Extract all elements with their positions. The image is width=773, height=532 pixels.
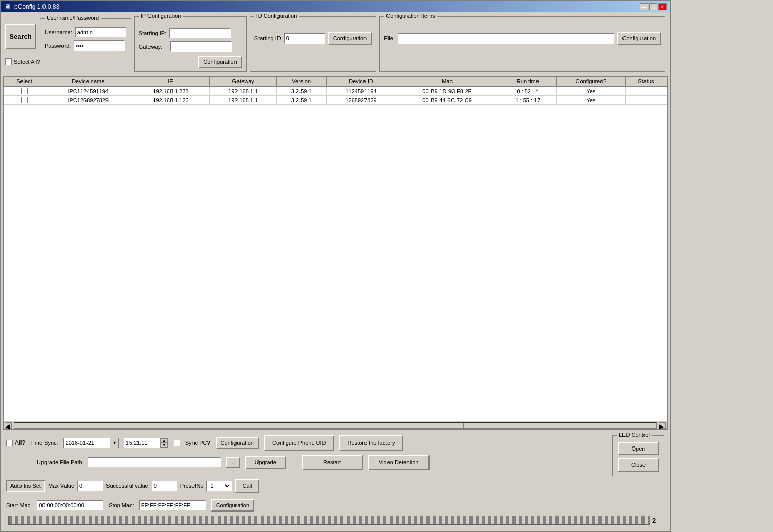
config-file-input[interactable]: [398, 33, 614, 44]
gateway-label: Gateway:: [139, 44, 162, 50]
sync-pc-checkbox[interactable]: [174, 440, 180, 446]
configure-phone-btn[interactable]: Configure Phone UID: [264, 435, 334, 451]
username-label: Username:: [45, 29, 72, 35]
col-configured: Configured?: [557, 77, 626, 87]
time-down-btn[interactable]: ▼: [161, 443, 168, 448]
iris-section: Auto Iris Set Max Value Successful value…: [6, 479, 664, 493]
select-all-checkbox[interactable]: [5, 58, 12, 65]
cell-device-id: 1268927829: [326, 96, 396, 105]
col-select: Select: [4, 77, 45, 87]
id-config-button[interactable]: Configuration: [328, 32, 372, 45]
col-device-id: Device ID: [326, 77, 396, 87]
cell-gateway: 192.168.1.1: [210, 96, 276, 105]
cell-version: 3.2.59.1: [276, 96, 326, 105]
max-value-label: Max Value: [48, 483, 74, 489]
cell-device-name: IPC1268927829: [45, 96, 132, 105]
time-input-wrapper: ▲ ▼: [124, 438, 168, 448]
scroll-thumb[interactable]: [207, 423, 464, 428]
cell-configured: Yes: [557, 87, 626, 96]
file-label: File:: [384, 35, 395, 41]
starting-ip-label: Starting IP:: [139, 30, 166, 36]
upgrade-file-input[interactable]: [88, 457, 221, 467]
col-status: Status: [625, 77, 667, 87]
sync-pc-label: Sync PC?: [185, 440, 210, 446]
table-row[interactable]: IPC1124591194 192.168.1.233 192.168.1.1 …: [4, 87, 667, 96]
cell-device-name: IPC1124591194: [45, 87, 132, 96]
scroll-track[interactable]: [14, 422, 657, 429]
gateway-input[interactable]: [170, 41, 232, 52]
max-value-input[interactable]: [77, 481, 103, 491]
preset-no-select[interactable]: 1 2 3: [206, 481, 232, 491]
restore-factory-btn[interactable]: Restore the factory: [339, 435, 403, 451]
search-button[interactable]: Search: [5, 24, 36, 49]
all-checkbox[interactable]: [6, 440, 13, 446]
start-mac-input[interactable]: [37, 500, 103, 510]
cell-mac: 00-B9-44-6C-72-C9: [396, 96, 499, 105]
starting-ip-input[interactable]: [169, 28, 231, 38]
device-table: Select Device name IP Gateway Version De…: [4, 76, 667, 105]
date-input[interactable]: [63, 438, 110, 448]
minimize-button[interactable]: —: [640, 3, 648, 10]
title-bar: 🖥 pConfig 1.0.0.83 — □ ✕: [1, 1, 670, 12]
progress-bar: [8, 516, 650, 525]
cell-runtime: 1 : 55 : 17: [499, 96, 557, 105]
cell-configured: Yes: [557, 96, 626, 105]
time-sync-config-btn[interactable]: Configuration: [216, 437, 259, 449]
close-button[interactable]: ✕: [658, 3, 667, 10]
cell-select[interactable]: [4, 96, 45, 105]
password-label: Password:: [45, 42, 71, 49]
cell-status: [625, 96, 667, 105]
cell-ip: 192.168.1.233: [132, 87, 210, 96]
starting-id-input[interactable]: [284, 33, 325, 44]
browse-btn[interactable]: ...: [226, 457, 240, 468]
time-sync-label: Time Sync:: [30, 440, 58, 446]
date-dropdown-arrow[interactable]: ▼: [111, 438, 119, 448]
starting-id-label: Starting ID: [254, 35, 281, 41]
id-config-legend: ID Configuration: [254, 13, 299, 19]
ip-config-button[interactable]: Configuration: [198, 56, 242, 68]
time-up-btn[interactable]: ▲: [161, 438, 168, 443]
start-mac-label: Start Mac:: [6, 502, 32, 508]
horizontal-scrollbar[interactable]: ◀ ▶: [4, 421, 667, 429]
cell-mac: 00-B9-1D-93-F8-2E: [396, 87, 499, 96]
maximize-button[interactable]: □: [649, 3, 657, 10]
status-bar: 2: [6, 515, 664, 526]
select-all-label: Select All?: [14, 59, 40, 65]
window-title: pConfig 1.0.0.83: [14, 3, 59, 10]
video-detection-btn[interactable]: Video Detection: [368, 455, 430, 470]
cell-runtime: 0 : 52 : 4: [499, 87, 557, 96]
restart-btn[interactable]: Restart: [302, 455, 363, 470]
username-field[interactable]: [75, 27, 126, 37]
upgrade-file-label: Upgrade File Path: [37, 459, 82, 465]
scroll-right-btn[interactable]: ▶: [659, 422, 666, 429]
col-version: Version: [276, 77, 326, 87]
mac-config-btn[interactable]: Configuration: [211, 499, 254, 512]
cell-select[interactable]: [4, 87, 45, 96]
successful-value-input[interactable]: [152, 481, 177, 491]
call-btn[interactable]: Call: [235, 479, 259, 493]
auto-iris-label: Auto Iris Set: [6, 480, 45, 492]
led-close-btn[interactable]: Close: [618, 458, 659, 472]
stop-mac-input[interactable]: [139, 500, 206, 510]
led-control-group: LED Control Open Close: [612, 435, 664, 476]
col-gateway: Gateway: [210, 77, 276, 87]
cell-version: 3.2.59.1: [276, 87, 326, 96]
cell-status: [625, 87, 667, 96]
upgrade-btn[interactable]: Upgrade: [245, 456, 286, 469]
app-icon: 🖥: [4, 3, 11, 11]
col-device-name: Device name: [45, 77, 132, 87]
all-label: All?: [15, 439, 25, 446]
table-row[interactable]: IPC1268927829 192.168.1.120 192.168.1.1 …: [4, 96, 667, 105]
led-open-btn[interactable]: Open: [618, 442, 659, 455]
successful-value-label: Successful value: [106, 483, 148, 489]
cell-device-id: 1124591194: [326, 87, 396, 96]
password-field[interactable]: [74, 40, 125, 51]
col-ip: IP: [132, 77, 210, 87]
time-input[interactable]: [124, 439, 160, 446]
led-control-legend: LED Control: [617, 432, 652, 438]
col-mac: Mac: [396, 77, 499, 87]
config-items-button[interactable]: Configuration: [617, 32, 661, 45]
col-runtime: Run time: [499, 77, 557, 87]
scroll-left-btn[interactable]: ◀: [5, 422, 12, 429]
cell-ip: 192.168.1.120: [132, 96, 210, 105]
